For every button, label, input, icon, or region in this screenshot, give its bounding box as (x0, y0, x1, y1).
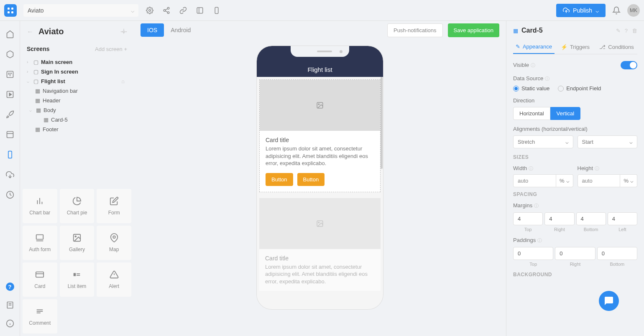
bell-icon[interactable] (612, 6, 621, 15)
margin-bottom-input[interactable]: 4 (576, 212, 606, 225)
svg-rect-12 (215, 7, 218, 13)
push-notifications-button[interactable]: Push-notifications (387, 23, 443, 37)
chat-help-button[interactable] (599, 291, 619, 311)
info-icon[interactable]: ⓘ (529, 166, 533, 171)
tab-appearance[interactable]: ✎Appearance (513, 40, 555, 54)
align-h-select[interactable]: Stretch⌵ (513, 135, 573, 148)
scrollbar-thumb[interactable] (381, 77, 383, 169)
svg-rect-38 (36, 272, 43, 277)
info-icon[interactable]: ⓘ (545, 76, 549, 81)
canvas-toolbar: IOS Android Push-notifications Save appl… (134, 21, 506, 39)
widget-comment[interactable]: Comment (23, 299, 57, 333)
gear-icon[interactable] (120, 28, 127, 35)
tree-item-nav[interactable]: ▦Navigation bar (20, 86, 134, 96)
tree-item-main[interactable]: ›▢Main screen (20, 57, 134, 67)
widget-gallery[interactable]: Gallery (60, 226, 95, 260)
widget-listitem[interactable]: List item (60, 262, 95, 297)
help-icon[interactable]: ? (6, 283, 14, 291)
tree-item-flight[interactable]: ⌵▢Flight list⌂ (20, 76, 134, 86)
tree-item-body[interactable]: ⌵▦Body (20, 105, 134, 115)
gear-icon[interactable] (146, 7, 153, 14)
width-unit[interactable]: %⌵ (556, 174, 573, 187)
padding-top-input[interactable]: 0 (513, 247, 553, 260)
padding-right-input[interactable]: 0 (555, 247, 595, 260)
widget-card[interactable]: Card (23, 262, 57, 297)
mobile-icon[interactable] (213, 7, 220, 14)
margin-left-input[interactable]: 4 (608, 212, 637, 225)
home-icon[interactable] (6, 30, 14, 38)
width-input[interactable]: auto (513, 174, 556, 187)
tree-item-card5[interactable]: ▦Card-5 (20, 115, 134, 125)
tree-item-header[interactable]: ▦Header (20, 96, 134, 105)
gauge-icon[interactable] (6, 191, 14, 199)
tab-ios[interactable]: IOS (141, 23, 164, 37)
widget-authform[interactable]: Auth form (23, 226, 57, 260)
mobile-nav-icon[interactable] (6, 150, 14, 159)
height-input[interactable]: auto (578, 174, 621, 187)
back-icon[interactable]: ← (27, 28, 33, 36)
info-icon[interactable]: ⓘ (595, 166, 599, 171)
info-icon[interactable]: ⓘ (537, 238, 542, 243)
phone-body[interactable]: Card title Lorem ipsum dolor sit amet, c… (257, 77, 383, 309)
seg-horizontal[interactable]: Horizontal (513, 107, 550, 120)
widget-palette: Chart bar Chart pie Form Auth form Galle… (20, 186, 134, 336)
top-right: Publish ⌵ MK (556, 4, 640, 17)
add-screen-button[interactable]: Add screen + (95, 46, 127, 52)
widget-chartbar[interactable]: Chart bar (23, 189, 57, 223)
card-faded[interactable]: Card title Lorem ipsum dolor sit amet, c… (259, 198, 381, 291)
rocket-icon[interactable] (6, 110, 14, 119)
svg-line-8 (165, 11, 167, 12)
card-button-1[interactable]: Button (266, 173, 293, 186)
canvas-area: IOS Android Push-notifications Save appl… (134, 21, 506, 336)
widget-chartpie[interactable]: Chart pie (60, 189, 95, 223)
delete-icon[interactable]: 🗑 (632, 28, 637, 34)
book-icon[interactable] (6, 301, 14, 309)
avatar[interactable]: MK (627, 4, 640, 17)
padding-bottom-input[interactable]: 0 (597, 247, 637, 260)
widget-form[interactable]: Form (97, 189, 131, 223)
tab-triggers[interactable]: ⚡Triggers (555, 40, 596, 54)
layout-icon[interactable] (196, 7, 204, 14)
tree-item-signin[interactable]: ›▢Sign In screen (20, 67, 134, 76)
link-icon[interactable] (179, 7, 187, 14)
project-select[interactable]: Aviato ⌵ (23, 4, 138, 17)
component-icon: ▦ (36, 107, 41, 113)
card-button-2[interactable]: Button (297, 173, 325, 186)
visible-toggle[interactable] (621, 61, 637, 69)
spacing-section: SPACING (513, 191, 637, 197)
height-unit[interactable]: %⌵ (620, 174, 637, 187)
edit-icon[interactable]: ✎ (616, 28, 621, 34)
help-tip-icon[interactable]: ? (625, 28, 628, 34)
play-icon[interactable] (6, 90, 14, 99)
card-text: Lorem ipsum dolor sit amet, consectetur … (266, 145, 374, 167)
radio-endpoint[interactable]: Endpoint Field (558, 85, 601, 92)
margin-right-input[interactable]: 4 (544, 212, 574, 225)
card-selected[interactable]: Card title Lorem ipsum dolor sit amet, c… (259, 79, 381, 192)
svg-point-37 (113, 236, 115, 238)
info-icon[interactable] (6, 319, 14, 328)
share-icon[interactable] (163, 7, 170, 14)
svg-rect-40 (74, 273, 76, 276)
tab-conditions[interactable]: ⎇Conditions (596, 40, 637, 54)
box-icon[interactable] (6, 50, 14, 59)
margin-top-input[interactable]: 4 (513, 212, 543, 225)
svg-rect-19 (7, 132, 13, 138)
svg-point-51 (318, 222, 319, 223)
widget-map[interactable]: Map (97, 226, 131, 260)
seg-vertical[interactable]: Vertical (550, 107, 581, 120)
tab-android[interactable]: Android (164, 23, 197, 37)
panel-icon[interactable] (6, 130, 14, 139)
board-icon[interactable] (6, 70, 14, 79)
app-logo[interactable] (4, 4, 17, 17)
info-icon[interactable]: ⓘ (534, 203, 539, 208)
cloud-icon[interactable] (6, 171, 14, 179)
align-v-select[interactable]: Start⌵ (578, 135, 638, 148)
radio-static[interactable]: Static value (513, 85, 549, 92)
info-icon[interactable]: ⓘ (531, 63, 535, 68)
main: ? ← Aviato Screens Add screen + ›▢Main s… (0, 21, 644, 336)
chevron-down-icon: ⌵ (629, 139, 633, 145)
save-application-button[interactable]: Save application (448, 23, 499, 37)
publish-button[interactable]: Publish ⌵ (556, 4, 606, 17)
widget-alert[interactable]: Alert (97, 262, 131, 297)
tree-item-footer[interactable]: ▦Footer (20, 125, 134, 134)
